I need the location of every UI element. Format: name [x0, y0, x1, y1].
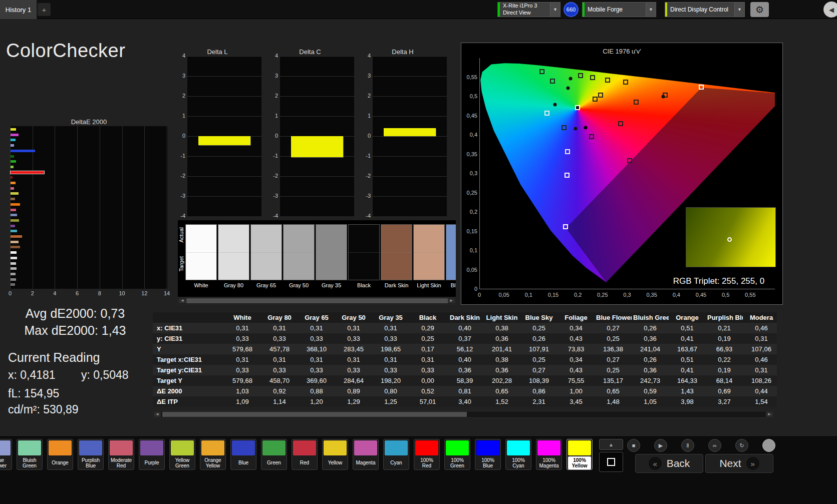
history-tab[interactable]: History 1	[0, 0, 37, 19]
table-row-label: ΔE ITP	[153, 396, 224, 407]
patch-button-moderate-red[interactable]: Moderate Red	[108, 439, 134, 470]
table-cell: 1,14	[261, 396, 298, 407]
table-cell: 1,43	[669, 386, 706, 396]
patch-button-magenta[interactable]: Magenta	[353, 439, 379, 470]
scroll-left-icon[interactable]: ◄	[179, 298, 186, 303]
axis-tick-label: 0	[462, 286, 477, 292]
table-cell: 0,25	[409, 333, 446, 344]
patch-swatch	[218, 224, 249, 280]
gear-icon[interactable]: ⚙	[750, 2, 769, 17]
add-tab-button[interactable]: +	[38, 3, 51, 16]
strip-row-label-target: Target	[178, 256, 184, 272]
patch-button-yellow-green[interactable]: Yellow Green	[169, 439, 195, 470]
patch-button-purplish-blue[interactable]: Purplish Blue	[78, 439, 104, 470]
scrollbar-thumb[interactable]	[186, 298, 448, 303]
table-cell: 0,29	[409, 323, 446, 333]
axis-tick-label: 0,15	[462, 228, 477, 234]
axis-tick-label: 1	[173, 113, 185, 119]
meter-dropdown[interactable]: X-Rite i1Pro 3 Direct View ▼	[497, 2, 561, 17]
patch-button-label: 100% Yellow	[568, 456, 591, 469]
axis-tick-label: -2	[173, 173, 185, 179]
table-row: Y579,68457,78368,10283,45198,650,1756,12…	[153, 344, 777, 354]
axis-tick-label: 0	[173, 133, 185, 139]
top-bar: History 1 + X-Rite i1Pro 3 Direct View ▼…	[0, 0, 837, 19]
caret-up-icon[interactable]: ▲	[599, 439, 623, 450]
play-icon[interactable]: ▶	[654, 439, 667, 452]
table-cell: 0,41	[669, 365, 706, 375]
scroll-right-icon[interactable]: ►	[766, 412, 773, 417]
stop-icon[interactable]: ■	[627, 439, 640, 452]
axis-tick-label: 4	[359, 53, 371, 59]
table-cell: 1,05	[632, 396, 669, 407]
table-cell: 0,43	[557, 365, 595, 375]
screen-icon[interactable]	[762, 439, 775, 452]
table-cell: 0,81	[446, 386, 483, 396]
axis-tick-label: 6	[72, 290, 82, 296]
de2000-bar	[11, 203, 20, 206]
de2000-bar	[11, 160, 16, 163]
patch-color-swatch	[476, 440, 499, 455]
chevron-down-icon[interactable]: ▼	[646, 3, 656, 17]
pause-icon[interactable]: Ⅱ	[681, 439, 694, 452]
table-cell: 0,33	[224, 365, 261, 375]
table-cell: 369,60	[298, 375, 335, 386]
axis-tick-label: 0,3	[617, 292, 637, 298]
repeat-icon[interactable]: ↻	[735, 439, 748, 452]
patch-button-red[interactable]: Red	[292, 439, 318, 470]
axis-tick-label: 0	[469, 292, 489, 298]
patch-button-orange[interactable]: Orange	[47, 439, 73, 470]
swatch-marker-icon	[727, 237, 732, 242]
delta-h-chart	[373, 56, 447, 216]
table-row-label: x: CIE31	[153, 323, 224, 333]
patch-button-100-red[interactable]: 100% Red	[414, 439, 440, 470]
infinity-icon[interactable]: ∞	[708, 439, 721, 452]
current-cdm2: cd/m²: 530,89	[7, 403, 143, 416]
pattern-window-button[interactable]	[599, 452, 623, 472]
back-button[interactable]: « Back	[635, 454, 703, 473]
patch-button-100-magenta[interactable]: 100% Magenta	[536, 439, 562, 470]
patch-button-blue[interactable]: Blue	[230, 439, 256, 470]
scrollbar-thumb[interactable]	[162, 412, 467, 417]
table-cell: 0,31	[224, 354, 261, 365]
patch-label: Dark Skin	[381, 282, 412, 288]
patch-button-green[interactable]: Green	[261, 439, 287, 470]
patch-button-blue-flower[interactable]: Blue Flower	[0, 439, 12, 470]
patch-button-orange-yellow[interactable]: Orange Yellow	[200, 439, 226, 470]
de2000-bar	[11, 257, 17, 259]
patch-label: Gray 50	[283, 282, 315, 288]
table-cell: 0,51	[669, 323, 706, 333]
de2000-bar	[11, 187, 14, 190]
cie-chart-title: CIE 1976 u'v'	[461, 48, 782, 55]
patch-button-cyan[interactable]: Cyan	[383, 439, 409, 470]
patch-strip-scrollbar[interactable]: ◄ ►	[178, 297, 456, 304]
patch-label: Gray 80	[218, 282, 249, 288]
delta-l-bar	[198, 136, 250, 145]
chevron-down-icon[interactable]: ▼	[734, 3, 744, 17]
patch-label: Black	[348, 282, 380, 288]
table-scrollbar[interactable]: ◄ ►	[153, 411, 774, 418]
pattern-source-dropdown[interactable]: Mobile Forge ▼	[582, 2, 656, 17]
patch-button-100-green[interactable]: 100% Green	[444, 439, 470, 470]
cie-target-marker	[627, 158, 632, 163]
patch-button-100-cyan[interactable]: 100% Cyan	[505, 439, 531, 470]
patch-button-label: Yellow	[324, 456, 347, 469]
patch-button-yellow[interactable]: Yellow	[322, 439, 348, 470]
axis-tick-label: 1	[266, 113, 278, 119]
axis-tick-label: 8	[95, 290, 105, 296]
scroll-right-icon[interactable]: ►	[448, 298, 455, 303]
table-cell: 0,33	[372, 365, 409, 375]
table-cell: 198,65	[372, 344, 409, 354]
table-cell: 164,33	[669, 375, 706, 386]
axis-tick-label: -4	[359, 213, 371, 219]
patch-button-purple[interactable]: Purple	[139, 439, 165, 470]
display-control-dropdown[interactable]: Direct Display Control ▼	[665, 2, 745, 17]
patch-button-100-yellow[interactable]: 100% Yellow	[567, 439, 593, 470]
scroll-left-icon[interactable]: ◄	[154, 412, 161, 417]
collapse-panel-icon[interactable]: ◀	[823, 2, 837, 18]
chevron-down-icon[interactable]: ▼	[550, 3, 560, 17]
table-cell: 1,25	[372, 396, 409, 407]
patch-button-100-blue[interactable]: 100% Blue	[475, 439, 501, 470]
next-button[interactable]: Next »	[705, 454, 773, 473]
patch-button-bluish-green[interactable]: Bluish Green	[17, 439, 43, 470]
axis-tick-label: -2	[359, 173, 371, 179]
